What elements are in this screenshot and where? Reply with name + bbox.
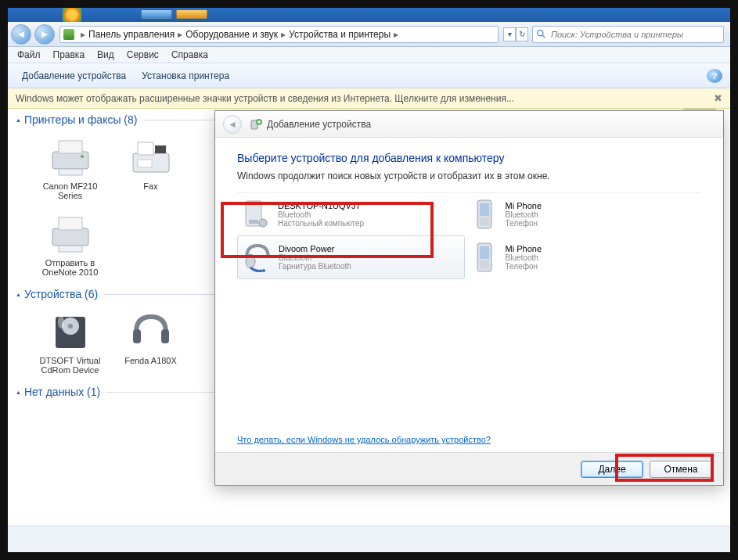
svg-line-1: [542, 35, 545, 38]
menu-view[interactable]: Вид: [91, 48, 121, 62]
breadcrumb[interactable]: ▸ Панель управления ▸ Оборудование и зву…: [59, 26, 499, 43]
svg-point-28: [262, 269, 265, 272]
device-item[interactable]: Отправить в OneNote 2010: [33, 210, 107, 277]
headset-icon: [124, 307, 178, 356]
cdrom-icon: [43, 307, 98, 356]
breadcrumb-item[interactable]: Оборудование и звук: [185, 29, 278, 40]
nav-back-button[interactable]: ◄: [11, 24, 31, 45]
fax-icon: [124, 133, 178, 181]
help-icon[interactable]: ?: [707, 69, 722, 83]
menu-edit[interactable]: Правка: [47, 48, 92, 62]
svg-rect-22: [249, 220, 258, 224]
search-input[interactable]: [532, 26, 724, 43]
cmd-add-printer[interactable]: Установка принтера: [134, 67, 237, 84]
help-link[interactable]: Что делать, если Windows не удалось обна…: [237, 435, 491, 444]
menu-file[interactable]: Файл: [11, 48, 47, 62]
breadcrumb-item[interactable]: Устройства и принтеры: [289, 29, 391, 40]
search-icon: [536, 29, 546, 39]
device-option[interactable]: DESKTOP-N1UQVJ7BluetoothНастольный компь…: [237, 193, 465, 235]
chevron-down-icon: ▲: [16, 117, 21, 123]
svg-rect-30: [480, 246, 489, 259]
svg-rect-2: [52, 152, 88, 169]
breadcrumb-item[interactable]: Панель управления: [88, 29, 175, 40]
device-add-icon: [250, 118, 262, 131]
svg-rect-10: [52, 228, 88, 246]
menu-help[interactable]: Справка: [165, 48, 214, 62]
cancel-button[interactable]: Отмена: [650, 461, 712, 478]
svg-rect-7: [138, 142, 153, 155]
chevron-down-icon: ▲: [16, 292, 21, 297]
refresh-button[interactable]: ↻: [516, 27, 528, 41]
dialog-heading: Выберите устройство для добавления к ком…: [237, 152, 701, 164]
printer-icon: [43, 133, 98, 181]
svg-point-27: [246, 254, 255, 268]
chevron-down-icon: ▲: [16, 389, 21, 395]
svg-point-16: [58, 316, 64, 328]
dialog-title: Добавление устройства: [267, 119, 371, 130]
svg-rect-4: [59, 169, 82, 175]
info-banner-text[interactable]: Windows может отображать расширенные зна…: [16, 93, 514, 104]
dropdown-button[interactable]: ▾: [503, 27, 516, 41]
svg-rect-26: [480, 217, 489, 225]
svg-point-0: [538, 31, 543, 36]
dialog-subtext: Windows продолжит поиск новых устройств …: [237, 171, 701, 181]
headset-icon: [241, 241, 274, 274]
dialog-back-button[interactable]: ◄: [223, 115, 242, 134]
device-item[interactable]: Fax: [113, 133, 188, 200]
svg-rect-17: [133, 329, 141, 343]
cmd-add-device[interactable]: Добавление устройства: [14, 67, 134, 84]
menu-tools[interactable]: Сервис: [121, 48, 165, 62]
device-item[interactable]: DTSOFT Virtual CdRom Device: [33, 307, 107, 375]
nav-forward-button[interactable]: ►: [34, 24, 55, 45]
svg-rect-25: [480, 203, 489, 216]
svg-rect-9: [138, 160, 152, 167]
svg-rect-3: [59, 141, 82, 153]
svg-point-15: [68, 324, 73, 328]
svg-rect-31: [480, 260, 489, 268]
svg-rect-18: [161, 329, 169, 343]
device-option-selected[interactable]: Divoom PowerBluetoothГарнитура Bluetooth: [237, 235, 465, 279]
svg-rect-11: [59, 217, 82, 230]
desktop-icon: [240, 198, 273, 231]
phone-icon: [468, 241, 501, 274]
svg-rect-12: [59, 246, 82, 252]
dialog-close-button[interactable]: ✖: [683, 109, 716, 109]
printer-icon: [43, 210, 98, 258]
device-item[interactable]: Canon MF210 Series: [33, 133, 107, 200]
add-device-dialog: ◄ Добавление устройства Выберите устройс…: [214, 110, 724, 486]
svg-point-5: [81, 155, 84, 158]
phone-icon: [468, 198, 501, 231]
svg-point-23: [259, 219, 267, 227]
device-option[interactable]: Mi PhoneBluetoothТелефон: [465, 193, 693, 235]
device-item[interactable]: Fenda A180X: [113, 307, 188, 375]
banner-close-button[interactable]: ✖: [714, 92, 722, 104]
device-option[interactable]: Mi PhoneBluetoothТелефон: [465, 235, 693, 279]
svg-rect-8: [155, 145, 166, 153]
control-panel-icon: [63, 29, 74, 40]
next-button[interactable]: Далее: [581, 461, 643, 478]
